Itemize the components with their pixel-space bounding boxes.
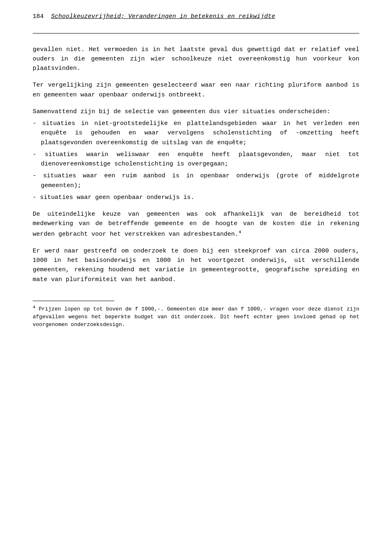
list-item-2: - situaties waarin weliswaar een enquête…	[33, 150, 359, 169]
footnote-body: Prijzen lopen op tot boven de f 1000,-. …	[33, 306, 359, 328]
page-header: 184 Schoolkeuzevrijheid; Veranderingen i…	[33, 12, 359, 22]
footnote-separator	[33, 301, 114, 301]
list-intro: Samenvattend zijn bij de selectie van ge…	[33, 107, 359, 116]
page: 184 Schoolkeuzevrijheid; Veranderingen i…	[0, 0, 392, 545]
paragraph-2: Ter vergelijking zijn gemeenten geselect…	[33, 80, 359, 100]
paragraph-4: Er werd naar gestreefd om onderzoek te d…	[33, 246, 359, 284]
footnote-ref: 4	[238, 230, 241, 235]
chapter-title: Schoolkeuzevrijheid; Veranderingen in be…	[51, 12, 275, 22]
page-number: 184	[33, 12, 44, 22]
list-section: Samenvattend zijn bij de selectie van ge…	[33, 107, 359, 202]
list-item-1: - situaties in niet-grootstedelijke en p…	[33, 119, 359, 147]
list-item-3: - situaties waar een ruim aanbod is in o…	[33, 171, 359, 190]
paragraph-3-text: De uiteindelijke keuze van gemeenten was…	[33, 211, 359, 238]
main-content: gevallen niet. Het vermoeden is in het l…	[33, 45, 359, 284]
list-item-4: - situaties waar geen openbaar onderwijs…	[33, 193, 359, 202]
footnote-number: 4	[33, 305, 36, 310]
footnote-text: 4 Prijzen lopen op tot boven de f 1000,-…	[33, 304, 359, 329]
paragraph-1: gevallen niet. Het vermoeden is in het l…	[33, 45, 359, 74]
header-divider	[33, 33, 359, 34]
footnote-section: 4 Prijzen lopen op tot boven de f 1000,-…	[33, 301, 359, 329]
paragraph-3: De uiteindelijke keuze van gemeenten was…	[33, 210, 359, 239]
